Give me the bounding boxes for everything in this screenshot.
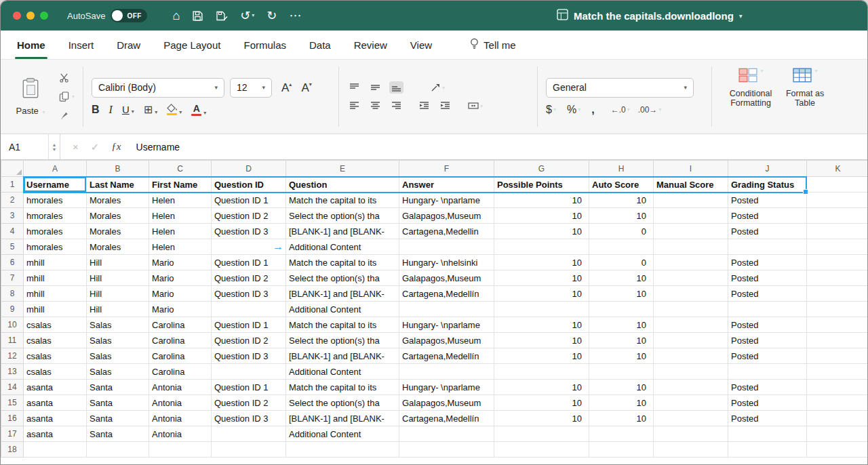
cell-H5[interactable]: [589, 239, 654, 255]
align-bottom-icon[interactable]: [389, 81, 403, 94]
font-color-button[interactable]: A ▾: [191, 104, 206, 116]
cell-F18[interactable]: [399, 442, 494, 458]
cell-J14[interactable]: Posted: [728, 380, 807, 395]
cell-E8[interactable]: [BLANK-1] and [BLANK-: [286, 286, 399, 302]
column-header-K[interactable]: K: [807, 161, 868, 177]
align-top-icon[interactable]: [347, 81, 361, 94]
cell-I1[interactable]: Manual Score: [654, 177, 728, 193]
redo-button[interactable]: ↻: [267, 9, 277, 22]
cell-I7[interactable]: [654, 270, 728, 286]
cell-A4[interactable]: hmorales: [24, 224, 87, 239]
cell-A5[interactable]: hmorales: [24, 239, 87, 255]
cell-D2[interactable]: Question ID 1: [212, 193, 286, 208]
cell-K7[interactable]: [807, 270, 868, 286]
cell-C1[interactable]: First Name: [149, 177, 212, 193]
cell-G5[interactable]: [494, 239, 589, 255]
cell-A16[interactable]: asanta: [24, 411, 87, 426]
cell-D3[interactable]: Question ID 2: [212, 208, 286, 224]
cell-F9[interactable]: [399, 302, 494, 317]
row-header-9[interactable]: 9: [1, 302, 24, 317]
minimize-button[interactable]: [26, 12, 35, 20]
cell-I12[interactable]: [654, 348, 728, 364]
cell-F4[interactable]: Cartagena,Medellin: [399, 224, 494, 239]
cell-E3[interactable]: Select the option(s) tha: [286, 208, 399, 224]
cell-B16[interactable]: Santa: [87, 411, 149, 426]
font-size-select[interactable]: 12 ▾: [230, 78, 272, 98]
cell-B11[interactable]: Salas: [87, 333, 149, 348]
row-header-10[interactable]: 10: [1, 317, 24, 333]
cell-C17[interactable]: Antonia: [149, 426, 212, 442]
cell-B4[interactable]: Morales: [87, 224, 149, 239]
save-as-icon[interactable]: [216, 10, 228, 22]
cell-B13[interactable]: Salas: [87, 364, 149, 380]
cell-B7[interactable]: Hill: [87, 270, 149, 286]
cell-D6[interactable]: Question ID 1: [212, 255, 286, 270]
cell-D9[interactable]: [212, 302, 286, 317]
paste-button[interactable]: Paste ▾: [12, 65, 50, 128]
cell-F8[interactable]: Cartagena,Medellín: [399, 286, 494, 302]
cell-D13[interactable]: [212, 364, 286, 380]
row-header-14[interactable]: 14: [1, 380, 24, 395]
cell-C16[interactable]: Antonia: [149, 411, 212, 426]
cell-K14[interactable]: [807, 380, 868, 395]
row-header-2[interactable]: 2: [1, 193, 24, 208]
cell-I9[interactable]: [654, 302, 728, 317]
cell-F7[interactable]: Galapagos,Museum: [399, 270, 494, 286]
cell-D15[interactable]: Question ID 2: [212, 395, 286, 411]
cell-G6[interactable]: 10: [494, 255, 589, 270]
cell-K8[interactable]: [807, 286, 868, 302]
cell-B15[interactable]: Santa: [87, 395, 149, 411]
cell-A6[interactable]: mhill: [24, 255, 87, 270]
formula-bar-value[interactable]: Username: [136, 142, 180, 153]
cell-I3[interactable]: [654, 208, 728, 224]
cell-J15[interactable]: Posted: [728, 395, 807, 411]
tab-page-layout[interactable]: Page Layout: [163, 31, 220, 59]
cell-E11[interactable]: Select the option(s) tha: [286, 333, 399, 348]
cell-E10[interactable]: Match the capital to its: [286, 317, 399, 333]
cell-C15[interactable]: Antonia: [149, 395, 212, 411]
row-header-18[interactable]: 18: [1, 442, 24, 458]
cell-K5[interactable]: [807, 239, 868, 255]
cell-C18[interactable]: [149, 442, 212, 458]
cell-I2[interactable]: [654, 193, 728, 208]
cell-E5[interactable]: Additional Content: [286, 239, 399, 255]
increase-indent-icon[interactable]: [438, 100, 452, 112]
decrease-font-size-button[interactable]: A▾: [301, 82, 311, 94]
cell-K12[interactable]: [807, 348, 868, 364]
cell-H17[interactable]: [589, 426, 654, 442]
column-header-H[interactable]: H: [589, 161, 654, 177]
cell-D10[interactable]: Question ID 1: [212, 317, 286, 333]
cancel-icon[interactable]: ×: [73, 141, 79, 153]
cell-A1[interactable]: Username: [24, 177, 87, 193]
cell-B5[interactable]: Morales: [87, 239, 149, 255]
merge-center-button[interactable]: ▾: [466, 100, 485, 112]
cell-I14[interactable]: [654, 380, 728, 395]
cell-J3[interactable]: Posted: [728, 208, 807, 224]
cell-H7[interactable]: 10: [589, 270, 654, 286]
column-header-E[interactable]: E: [286, 161, 399, 177]
cell-I17[interactable]: [654, 426, 728, 442]
cell-K18[interactable]: [807, 442, 868, 458]
cell-K15[interactable]: [807, 395, 868, 411]
cell-D4[interactable]: Question ID 3: [212, 224, 286, 239]
align-center-icon[interactable]: [368, 100, 382, 112]
column-header-J[interactable]: J: [728, 161, 807, 177]
cell-D7[interactable]: Question ID 2: [212, 270, 286, 286]
cell-F2[interactable]: Hungary- \nparlame: [399, 193, 494, 208]
row-header-6[interactable]: 6: [1, 255, 24, 270]
cell-K17[interactable]: [807, 426, 868, 442]
cell-B17[interactable]: Santa: [87, 426, 149, 442]
cell-E18[interactable]: [286, 442, 399, 458]
cell-E14[interactable]: Match the capital to its: [286, 380, 399, 395]
cell-C9[interactable]: Mario: [149, 302, 212, 317]
cell-B14[interactable]: Santa: [87, 380, 149, 395]
cell-A7[interactable]: mhill: [24, 270, 87, 286]
cell-D8[interactable]: Question ID 3: [212, 286, 286, 302]
cell-H15[interactable]: 10: [589, 395, 654, 411]
cell-F1[interactable]: Answer: [399, 177, 494, 193]
cell-B10[interactable]: Salas: [87, 317, 149, 333]
cell-G17[interactable]: [494, 426, 589, 442]
column-header-G[interactable]: G: [494, 161, 589, 177]
cell-A8[interactable]: mhill: [24, 286, 87, 302]
decrease-decimal-button[interactable]: .00→▾: [638, 105, 662, 115]
